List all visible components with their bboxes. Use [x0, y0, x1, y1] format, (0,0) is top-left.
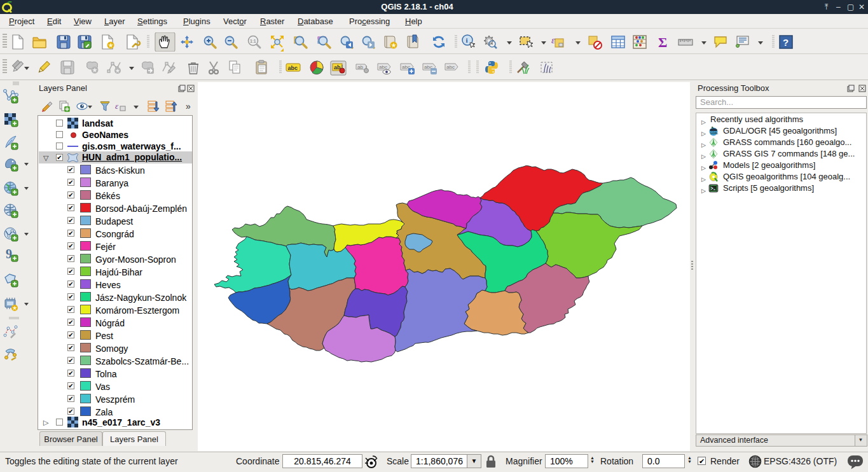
svg-text:»: » [186, 101, 191, 111]
svg-text:GDAL: GDAL [710, 132, 719, 135]
svg-text:i: i [466, 36, 468, 44]
svg-text:abc: abc [446, 64, 455, 70]
svg-text:abc: abc [379, 64, 387, 70]
svg-text:1:1: 1:1 [250, 39, 256, 43]
svg-text:abc: abc [288, 65, 298, 71]
svg-text:ε: ε [551, 35, 555, 45]
svg-text:ε: ε [115, 101, 119, 111]
svg-text:?: ? [783, 37, 789, 48]
svg-text:ab: ab [357, 64, 363, 70]
svg-text:Σ: Σ [658, 34, 667, 50]
